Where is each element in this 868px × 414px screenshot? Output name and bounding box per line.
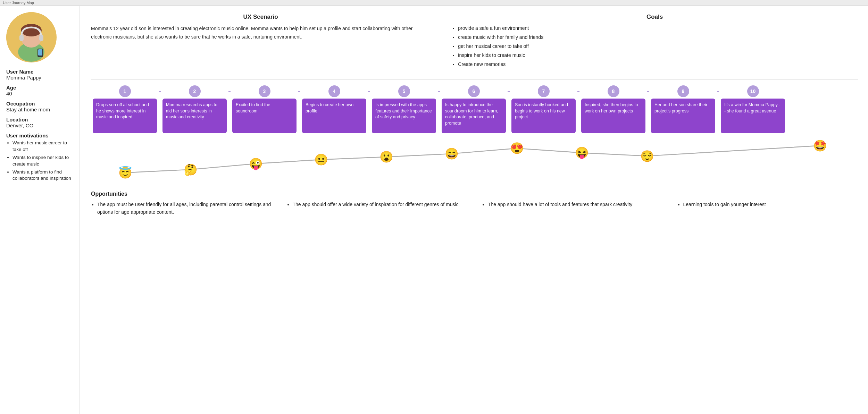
step-circle-2: 2 <box>189 85 201 97</box>
step-card-2: Momma researchs apps to aid her sons int… <box>162 99 227 133</box>
goal-item: create music with her family and friends <box>458 34 858 41</box>
profile-value: 40 <box>6 91 73 96</box>
goals-list: provide a safe a fun environmentcreate m… <box>451 25 858 68</box>
goal-item: provide a safe a fun environment <box>458 25 858 32</box>
goal-item: inspire her kids to create music <box>458 52 858 59</box>
emoji-1: 🤔 <box>184 163 198 176</box>
main-content: UX Scenario Momma's 12 year old son is i… <box>80 6 868 414</box>
motivation-item: Wants a platform to find collaborators a… <box>12 169 73 182</box>
opportunity-col-1: The app should offer a wide variety of i… <box>286 201 468 216</box>
ux-scenario-title: UX Scenario <box>91 14 430 20</box>
emoji-path-svg <box>91 140 858 185</box>
motivations-section: User motivations Wants her music career … <box>6 133 73 182</box>
opportunity-item: The app must be user friendly for all ag… <box>97 201 273 216</box>
opportunity-list-3: Learning tools to gain younger interest <box>677 201 859 208</box>
divider <box>91 79 858 80</box>
step-col-5: 5Is impressed with the apps features and… <box>370 85 438 133</box>
profile-section-location: LocationDenver, CO <box>6 117 73 128</box>
profile-value: Stay at home mom <box>6 107 73 112</box>
goal-item: Create new memories <box>458 61 858 68</box>
svg-rect-4 <box>19 35 24 41</box>
step-card-8: Inspired, she then begins to work on her… <box>581 99 645 133</box>
goals-section: Goals provide a safe a fun environmentcr… <box>451 14 858 70</box>
step-card-9: Her and her son share their project's pr… <box>651 99 715 133</box>
title-bar: User Journey Map <box>0 0 868 6</box>
journey-section: 1Drops son off at school and he shows mo… <box>91 85 858 133</box>
step-card-3: Excited to find the soundroom <box>232 99 297 133</box>
step-col-9: 9Her and her son share their project's p… <box>649 85 717 133</box>
step-col-7: 7Son is instantly hooked and begins to w… <box>510 85 577 133</box>
step-col-10: 10It's a win for Momma Pappy -- she foun… <box>719 85 787 133</box>
step-circle-1: 1 <box>119 85 131 97</box>
emoji-4: 😮 <box>379 150 393 163</box>
opportunities-section: Opportunities The app must be user frien… <box>91 191 858 216</box>
step-circle-3: 3 <box>259 85 270 97</box>
svg-rect-5 <box>39 35 43 41</box>
ux-scenario: UX Scenario Momma's 12 year old son is i… <box>91 14 430 70</box>
motivation-item: Wants her music career to take off <box>12 140 73 153</box>
step-circle-5: 5 <box>398 85 410 97</box>
step-circle-8: 8 <box>608 85 619 97</box>
step-col-8: 8Inspired, she then begins to work on he… <box>579 85 647 133</box>
emoji-6: 😍 <box>510 142 524 155</box>
opportunities-title: Opportunities <box>91 191 858 197</box>
emoji-0: 😇 <box>118 166 132 179</box>
sidebar: User NameMomma PappyAge40OccupationStay … <box>0 6 80 414</box>
motivations-title: User motivations <box>6 133 73 138</box>
step-card-1: Drops son off at school and he shows mor… <box>93 99 157 133</box>
step-col-4: 4Begins to create her own profile <box>300 85 368 133</box>
emoji-path: 😇🤔😜😐😮😄😍😝😌🤩 <box>91 140 858 185</box>
step-card-6: Is happy to introduce the soundroom for … <box>442 99 506 133</box>
opportunity-list-1: The app should offer a wide variety of i… <box>286 201 468 208</box>
step-card-7: Son is instantly hooked and begins to wo… <box>511 99 576 133</box>
step-card-4: Begins to create her own profile <box>302 99 366 133</box>
ux-scenario-text: Momma's 12 year old son is interested in… <box>91 25 430 41</box>
emoji-3: 😐 <box>314 153 328 166</box>
profile-label: Age <box>6 85 73 91</box>
profile-value: Momma Pappy <box>6 75 73 81</box>
avatar-image <box>6 12 57 62</box>
opportunity-item: The app should have a lot of tools and f… <box>488 201 663 208</box>
motivation-item: Wants to inspire her kids to create musi… <box>12 154 73 168</box>
goals-title: Goals <box>451 14 858 20</box>
step-circle-7: 7 <box>538 85 550 97</box>
emoji-9: 🤩 <box>813 139 827 152</box>
avatar <box>6 12 57 62</box>
step-circle-6: 6 <box>468 85 480 97</box>
top-section: UX Scenario Momma's 12 year old son is i… <box>91 14 858 70</box>
opportunity-col-0: The app must be user friendly for all ag… <box>91 201 273 216</box>
step-circle-9: 9 <box>677 85 689 97</box>
step-col-2: 2Momma researchs apps to aid her sons in… <box>161 85 228 133</box>
profile-section-age: Age40 <box>6 85 73 96</box>
profile-value: Denver, CO <box>6 122 73 128</box>
emoji-8: 😌 <box>640 150 654 163</box>
opportunity-item: The app should offer a wide variety of i… <box>293 201 468 208</box>
app-title: User Journey Map <box>3 1 34 5</box>
opportunities-cols: The app must be user friendly for all ag… <box>91 201 858 216</box>
emoji-7: 😝 <box>575 146 589 159</box>
emoji-5: 😄 <box>445 147 459 160</box>
step-col-3: 3Excited to find the soundroom <box>231 85 298 133</box>
profile-label: User Name <box>6 69 73 75</box>
profile-section-user-name: User NameMomma Pappy <box>6 69 73 81</box>
emoji-2: 😜 <box>249 157 263 170</box>
step-circle-4: 4 <box>328 85 340 97</box>
svg-rect-7 <box>38 49 42 56</box>
opportunity-list-2: The app should have a lot of tools and f… <box>482 201 663 208</box>
profile-label: Occupation <box>6 101 73 107</box>
opportunity-col-2: The app should have a lot of tools and f… <box>482 201 663 216</box>
step-card-5: Is impressed with the apps features and … <box>372 99 436 133</box>
motivations-list: Wants her music career to take offWants … <box>6 140 73 182</box>
main-container: User NameMomma PappyAge40OccupationStay … <box>0 6 868 414</box>
step-col-1: 1Drops son off at school and he shows mo… <box>91 85 159 133</box>
step-col-6: 6Is happy to introduce the soundroom for… <box>440 85 508 133</box>
goal-item: get her musical career to take off <box>458 43 858 50</box>
opportunity-list-0: The app must be user friendly for all ag… <box>91 201 273 216</box>
steps-row: 1Drops son off at school and he shows mo… <box>91 85 858 133</box>
profile-section-occupation: OccupationStay at home mom <box>6 101 73 112</box>
profile-fields: User NameMomma PappyAge40OccupationStay … <box>6 69 73 128</box>
step-circle-10: 10 <box>747 85 759 97</box>
opportunity-item: Learning tools to gain younger interest <box>683 201 859 208</box>
step-card-10: It's a win for Momma Pappy -- she found … <box>721 99 785 133</box>
opportunity-col-3: Learning tools to gain younger interest <box>677 201 859 216</box>
